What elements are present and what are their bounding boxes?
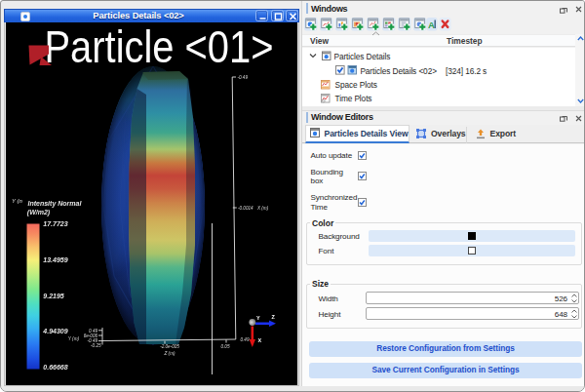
svg-text:-0.0014: -0.0014: [238, 206, 254, 211]
svg-text:X (m): X (m): [256, 206, 269, 211]
svg-text:Intensity Normal: Intensity Normal: [28, 200, 83, 208]
svg-text:17.7723: 17.7723: [43, 220, 67, 227]
svg-text:Y (n: Y (n: [12, 198, 23, 204]
svg-text:9.2195: 9.2195: [43, 293, 64, 299]
svg-text:6e-006: 6e-006: [84, 333, 98, 338]
svg-text:-0.49: -0.49: [238, 75, 249, 80]
svg-text:0.49: 0.49: [241, 337, 250, 342]
svg-text:Y (m): Y (m): [68, 336, 80, 341]
svg-text:Particle <01>: Particle <01>: [45, 22, 274, 72]
svg-text:-2.0e-005: -2.0e-005: [160, 344, 179, 349]
svg-text:-0.25: -0.25: [91, 343, 101, 348]
svg-text:X: X: [258, 337, 262, 343]
svg-text:0.49: 0.49: [89, 329, 98, 333]
svg-text:0.05: 0.05: [221, 344, 230, 349]
svg-text:13.4959: 13.4959: [43, 256, 67, 263]
svg-text:Y: Y: [256, 315, 260, 321]
svg-text:0.66668: 0.66668: [43, 364, 67, 371]
svg-text:(W/m2): (W/m2): [27, 209, 51, 216]
svg-text:Z (m): Z (m): [164, 351, 176, 356]
svg-text:4.94309: 4.94309: [42, 328, 67, 334]
svg-text:A: A: [428, 20, 435, 30]
